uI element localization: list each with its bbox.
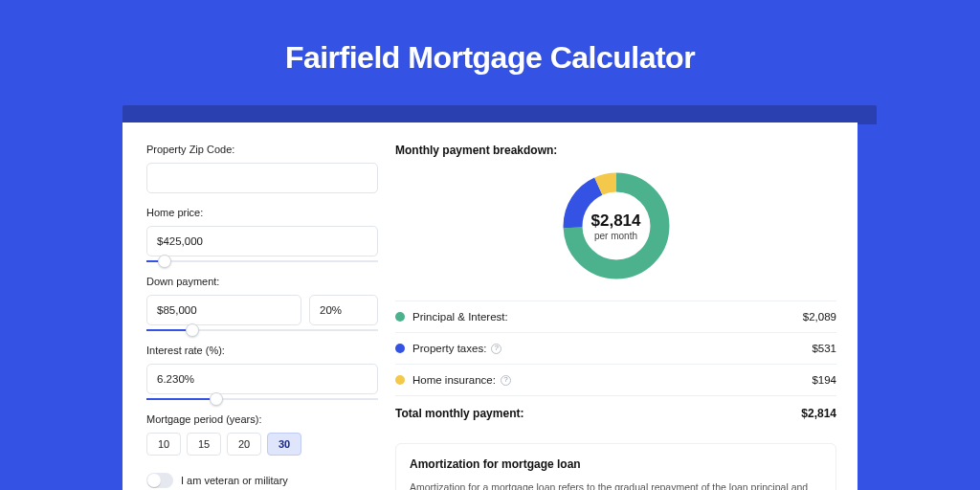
label-zip: Property Zip Code:: [146, 144, 378, 155]
slider-thumb[interactable]: [186, 323, 199, 337]
label-down-payment: Down payment:: [146, 276, 378, 287]
amortization-box: Amortization for mortgage loan Amortizat…: [395, 443, 836, 490]
breakdown-row-total: Total monthly payment: $2,814: [395, 395, 836, 430]
slider-fill: [146, 398, 216, 400]
amortization-title: Amortization for mortgage loan: [410, 457, 822, 471]
amortization-text: Amortization for a mortgage loan refers …: [410, 480, 822, 490]
donut-value: $2,814: [591, 212, 641, 231]
total-label: Total monthly payment:: [395, 407, 801, 420]
page-title: Fairfield Mortgage Calculator: [0, 0, 980, 76]
breakdown-label-text: Principal & Interest:: [412, 311, 508, 323]
period-option-15[interactable]: 15: [187, 433, 221, 456]
info-icon[interactable]: ?: [501, 375, 511, 386]
breakdown-row-principal: Principal & Interest: $2,089: [395, 301, 836, 332]
hero: Fairfield Mortgage Calculator Property Z…: [0, 0, 980, 490]
legend-dot-icon: [395, 375, 405, 385]
legend-dot-icon: [395, 312, 405, 322]
home-price-slider[interactable]: [146, 260, 378, 262]
period-option-20[interactable]: 20: [227, 433, 261, 456]
veteran-toggle[interactable]: [146, 473, 173, 488]
slider-thumb[interactable]: [210, 392, 223, 406]
card-shadow: [122, 105, 877, 124]
breakdown-value: $531: [812, 343, 836, 354]
zip-input[interactable]: [146, 163, 378, 193]
donut-center: $2,814 per month: [559, 168, 674, 283]
period-option-30[interactable]: 30: [267, 433, 301, 456]
label-interest: Interest rate (%):: [146, 345, 378, 356]
down-payment-row: [146, 295, 378, 325]
home-price-input[interactable]: [146, 226, 378, 256]
breakdown-label: Principal & Interest:: [412, 311, 803, 323]
breakdown-label-text: Home insurance:: [412, 374, 496, 386]
breakdown-row-insurance: Home insurance: ? $194: [395, 365, 836, 395]
legend-dot-icon: [395, 344, 405, 353]
down-payment-amount-input[interactable]: [146, 295, 301, 325]
donut-sub: per month: [594, 231, 637, 241]
breakdown-title: Monthly payment breakdown:: [395, 144, 836, 157]
down-payment-pct-input[interactable]: [309, 295, 378, 325]
field-zip: Property Zip Code:: [146, 144, 378, 193]
breakdown-value: $194: [812, 374, 836, 386]
field-veteran: I am veteran or military: [146, 473, 378, 488]
calculator-card: Property Zip Code: Home price: Down paym…: [122, 122, 858, 490]
breakdown-row-taxes: Property taxes: ? $531: [395, 333, 836, 364]
breakdown-label-text: Property taxes:: [412, 343, 486, 354]
slider-thumb[interactable]: [158, 255, 171, 268]
label-veteran: I am veteran or military: [181, 475, 288, 486]
breakdown-value: $2,089: [803, 311, 836, 323]
period-options: 10 15 20 30: [146, 433, 378, 456]
field-interest: Interest rate (%):: [146, 345, 378, 400]
breakdown-label: Home insurance: ?: [412, 374, 812, 386]
label-period: Mortgage period (years):: [146, 413, 378, 425]
donut-wrap: $2,814 per month: [395, 168, 836, 283]
field-home-price: Home price:: [146, 207, 378, 262]
breakdown-label: Property taxes: ?: [412, 343, 812, 354]
label-home-price: Home price:: [146, 207, 378, 218]
breakdown-column: Monthly payment breakdown: $2,814 per mo…: [378, 144, 836, 490]
period-option-10[interactable]: 10: [146, 433, 181, 456]
interest-input[interactable]: [146, 364, 378, 394]
field-period: Mortgage period (years): 10 15 20 30: [146, 413, 378, 456]
form-column: Property Zip Code: Home price: Down paym…: [146, 144, 378, 490]
down-payment-slider[interactable]: [146, 329, 378, 331]
field-down-payment: Down payment:: [146, 276, 378, 331]
toggle-knob: [147, 474, 161, 487]
info-icon[interactable]: ?: [491, 344, 501, 354]
payment-donut-chart: $2,814 per month: [559, 168, 674, 283]
interest-slider[interactable]: [146, 398, 378, 400]
card-content: Property Zip Code: Home price: Down paym…: [122, 122, 858, 490]
total-value: $2,814: [801, 407, 836, 420]
